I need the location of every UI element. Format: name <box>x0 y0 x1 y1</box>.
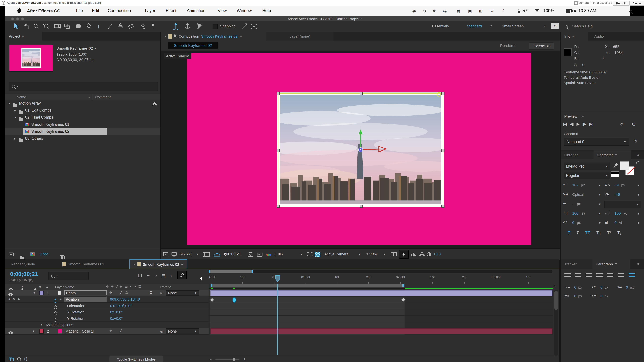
tree-label[interactable]: 02. Final Comps <box>25 115 53 119</box>
next-keyframe-button[interactable]: ▶ <box>18 298 20 301</box>
deny-button[interactable]: Negar <box>630 1 644 6</box>
font-family-select[interactable]: Myriad Pro ▼ <box>564 163 610 170</box>
safe-margins-icon[interactable] <box>202 252 210 257</box>
selection-handle-tc[interactable] <box>360 92 362 95</box>
property-value[interactable]: 0.0°,0.0°,0.0° <box>110 304 132 308</box>
bluetooth-icon[interactable]: ᛒ <box>502 8 505 13</box>
toggle-switches-modes-button[interactable]: Toggle Switches / Modes <box>109 356 163 362</box>
kerning-value[interactable]: Optical <box>572 192 584 196</box>
transfer-controls-icon[interactable]: { } <box>24 357 27 361</box>
column-name[interactable]: Name <box>17 95 26 99</box>
traffic-light-zoom[interactable] <box>21 17 24 20</box>
font-size-value[interactable]: 187 <box>572 183 578 187</box>
traffic-light-minimize[interactable] <box>16 17 19 20</box>
tab-paragraph[interactable]: Paragraph ≡ <box>592 259 630 269</box>
twirl-closed-icon[interactable]: ▶ <box>14 137 16 140</box>
renderer-button[interactable]: Classic 3D <box>529 42 554 50</box>
justify-last-right-button[interactable] <box>618 273 624 278</box>
layer-label-color[interactable] <box>39 291 44 295</box>
property-value[interactable]: 0x+0.0° <box>110 310 122 314</box>
layer-name-column[interactable]: Layer Name <box>55 285 74 289</box>
apple-menu-icon[interactable] <box>18 9 21 13</box>
channel-icon[interactable] <box>266 252 271 256</box>
footer-timecode[interactable]: 0;00;00;21 <box>223 252 241 256</box>
project-columns-header[interactable]: Name ▲ Comment <box>5 93 160 100</box>
column-comment[interactable]: Comment <box>95 95 110 99</box>
menu-layer[interactable]: Layer <box>145 8 156 13</box>
anchor-ring[interactable] <box>437 92 441 96</box>
workspace-standard[interactable]: Standard <box>467 24 482 28</box>
timeline-track-area[interactable] <box>209 290 553 335</box>
lock-status-icon[interactable] <box>518 11 520 13</box>
layer-row-photo[interactable]: ▼ 1 Photo ✛ ╱ fx ❑ ◎ None ▼ <box>5 290 209 296</box>
tab-layer-viewer[interactable]: Layer (none) <box>266 32 334 40</box>
workspace-small-screen[interactable]: Small Screen <box>502 24 524 28</box>
tree-row-smooth-keyframes-01[interactable]: Smooth Keyframes 01 <box>5 121 160 128</box>
prev-frame-button[interactable]: ◀| <box>570 122 574 126</box>
workspace-essentials[interactable]: Essentials <box>432 24 449 28</box>
project-search-options-icon[interactable]: ▼ <box>16 85 19 88</box>
align-center-button[interactable] <box>575 273 581 278</box>
magnification-dropdown-icon[interactable]: ▼ <box>196 253 198 256</box>
tab-info[interactable]: Info ≡ <box>561 32 588 40</box>
remember-checkbox[interactable] <box>574 1 578 5</box>
tab-render-queue[interactable]: Render Queue <box>8 260 38 268</box>
align-left-button[interactable] <box>564 273 570 278</box>
selection-handle-bc[interactable] <box>360 205 362 208</box>
property-value[interactable]: 0x+0.0° <box>110 317 122 321</box>
always-preview-icon[interactable] <box>163 252 178 257</box>
align-right-button[interactable] <box>586 273 592 278</box>
justify-all-button[interactable] <box>628 273 635 278</box>
tab-project[interactable]: Project ≡ <box>5 32 42 40</box>
work-area-end-handle[interactable] <box>402 284 404 287</box>
vertical-scale-value[interactable]: 100 <box>572 211 578 215</box>
selection-handle-tr[interactable] <box>442 92 444 95</box>
spotlight-icon[interactable] <box>630 10 632 13</box>
selection-handle-ml[interactable] <box>277 149 280 152</box>
fill-stroke-default-icon[interactable] <box>611 171 619 177</box>
timeline-search-input[interactable]: ▼ <box>48 272 88 280</box>
tab-audio[interactable]: Audio <box>591 32 614 40</box>
video-toggle[interactable] <box>8 293 13 296</box>
graph-toggle-icon[interactable]: ∿ <box>59 297 62 301</box>
sort-icon[interactable]: ▲ <box>88 96 90 98</box>
layer-label-color[interactable] <box>39 329 44 334</box>
tree-row-edit-comps[interactable]: ▶ 01. Edit Comps <box>5 107 160 114</box>
tree-label[interactable]: 03. Others <box>25 136 43 140</box>
time-navigator-bar[interactable] <box>209 270 253 273</box>
tab-composition-viewer[interactable]: × Composition Smooth Keyframes 02 ≡ <box>161 32 266 40</box>
collapse-switch[interactable]: ✛ <box>109 329 112 333</box>
quality-switch[interactable]: ╱ <box>120 329 122 333</box>
property-group-name[interactable]: Material Options <box>46 323 73 327</box>
time-ruler[interactable]: 0:00f 10f 20f 01:00f 10f 20f 02:00f 10f … <box>209 275 552 284</box>
collapse-switch[interactable]: ✛ <box>109 291 112 294</box>
property-name[interactable]: X Rotation <box>67 310 84 314</box>
work-area-start-handle[interactable] <box>211 284 212 287</box>
shy-guy-icon[interactable] <box>17 357 22 361</box>
loop-icon[interactable]: ↻ <box>620 122 624 127</box>
zoom-out-icon[interactable]: ▲ <box>210 358 212 360</box>
menubar-clock[interactable]: Tue 10:39 AM <box>570 8 596 13</box>
layer-twirl-icon[interactable]: ▼ <box>33 292 36 295</box>
timeline-menu-icon[interactable]: ≡ <box>181 262 184 266</box>
pip-icon[interactable]: ▦ <box>456 8 460 13</box>
font-size-dropdown-icon[interactable]: ▼ <box>598 184 601 187</box>
tsume-dropdown-icon[interactable]: ▼ <box>637 222 640 225</box>
airplay-icon[interactable]: ▽ <box>490 8 494 13</box>
histogram-icon[interactable] <box>410 252 417 257</box>
space-after-value[interactable]: 0 <box>600 294 602 298</box>
last-frame-button[interactable]: ▶| <box>589 122 593 126</box>
property-row-orientation[interactable]: Orientation 0.0°,0.0°,0.0° <box>5 303 209 309</box>
selection-handle-mr[interactable] <box>442 149 444 152</box>
tracking-dropdown-icon[interactable]: ▼ <box>637 193 640 196</box>
info-panel-menu-icon[interactable]: ≡ <box>572 34 574 38</box>
tree-label-selected[interactable]: Smooth Keyframes 02 <box>31 129 70 133</box>
faux-italic-button[interactable]: T <box>576 230 579 235</box>
draft-3d-icon[interactable]: ✦ <box>146 273 150 278</box>
property-row-position[interactable]: ◀ ◇ ▶ ∿ Position 969.6,530.5,184.8 <box>5 296 209 303</box>
pixel-aspect-icon[interactable] <box>390 252 397 257</box>
prev-keyframe-button[interactable]: ◀ <box>8 298 10 301</box>
expand-layer-switches-icon[interactable] <box>9 357 14 361</box>
first-line-indent-value[interactable]: 0 <box>600 285 602 289</box>
transform-gizmo[interactable] <box>354 129 394 159</box>
